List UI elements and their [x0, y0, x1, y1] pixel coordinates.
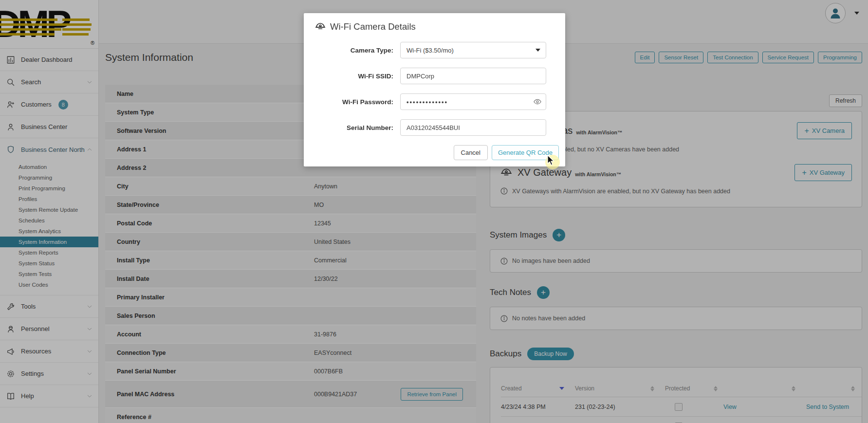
- modal-title: Wi-Fi Camera Details: [330, 21, 416, 32]
- cancel-button[interactable]: Cancel: [454, 145, 488, 160]
- eye-icon[interactable]: [533, 97, 542, 106]
- serial-number-input[interactable]: [400, 119, 546, 136]
- camera-dome-icon: [314, 21, 326, 33]
- wifi-password-input[interactable]: [400, 93, 546, 110]
- wifi-ssid-input[interactable]: [400, 68, 546, 84]
- wifi-ssid-label: Wi-Fi SSID:: [314, 73, 393, 80]
- camera-type-select[interactable]: Wi-Fi ($3.50/mo): [400, 42, 546, 58]
- serial-number-label: Serial Number:: [314, 124, 393, 131]
- camera-type-label: Camera Type:: [314, 47, 393, 54]
- wifi-camera-details-modal: Wi-Fi Camera Details Camera Type: Wi-Fi …: [304, 13, 565, 166]
- generate-qr-code-button[interactable]: Generate QR Code: [492, 145, 559, 160]
- chevron-down-icon: [536, 49, 540, 52]
- wifi-password-label: Wi-Fi Password:: [314, 98, 393, 106]
